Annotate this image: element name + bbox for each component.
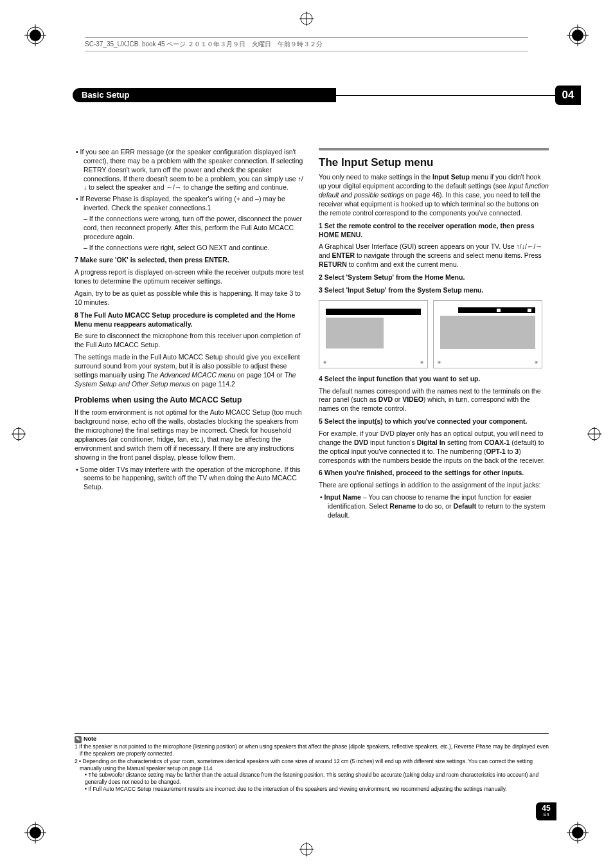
note-label: ✎ Note: [75, 736, 99, 743]
step-heading: 7 Make sure 'OK' is selected, then press…: [75, 256, 305, 265]
heading-accent: [319, 148, 549, 150]
book-header-line: SC-37_35_UXJCB. book 45 ページ ２０１０年３月９日 火曜…: [85, 37, 528, 51]
body-bullet: If Reverse Phase is displayed, the speak…: [84, 195, 305, 252]
footnote-sub: • The subwoofer distance setting may be …: [85, 772, 549, 786]
footnote-sub: • If Full Auto MCACC Setup measurement r…: [85, 786, 549, 793]
gui-screenshots: ◉◉ ◉◉: [319, 300, 549, 368]
chapter-rule: [336, 95, 555, 96]
footnote: If the speaker is not pointed to the mic…: [80, 743, 549, 757]
crop-mark-icon: [299, 12, 314, 26]
crop-mark-icon: [567, 822, 589, 844]
crop-mark-icon: [587, 427, 601, 441]
body-text: For example, if your DVD player only has…: [319, 429, 549, 465]
section-heading: The Input Setup menu: [319, 156, 549, 170]
crop-mark-icon: [24, 24, 46, 46]
note-icon: ✎: [75, 736, 82, 743]
body-bullet: Some older TVs may interfere with the op…: [84, 466, 305, 493]
body-text: If the room environment is not optimal f…: [75, 408, 305, 462]
body-text: A Graphical User Interface (GUI) screen …: [319, 242, 549, 269]
step-heading: 2 Select 'System Setup' from the Home Me…: [319, 273, 549, 282]
page-number: 45 En: [536, 802, 556, 820]
body-text: The default names correspond with the na…: [319, 387, 549, 414]
body-text: The settings made in the Full Auto MCACC…: [75, 353, 305, 388]
body-subline: – If the connections were right, select …: [84, 244, 305, 253]
step-heading: 3 Select 'Input Setup' from the System S…: [319, 286, 549, 295]
gui-screenshot: ◉◉: [433, 300, 542, 368]
footnote-section: ✎ Note If the speaker is not pointed to …: [75, 733, 549, 793]
step-heading: 8 The Full Auto MCACC Setup procedure is…: [75, 311, 305, 329]
chapter-title: Basic Setup: [73, 88, 336, 102]
body-bullet: Input Name – You can choose to rename th…: [328, 493, 549, 520]
chapter-bar: Basic Setup 04: [73, 88, 555, 102]
crop-mark-icon: [12, 427, 26, 441]
step-heading: 6 When you're finished, proceed to the s…: [319, 469, 549, 478]
body-text: A progress report is displayed on-screen…: [75, 268, 305, 286]
body-text: You only need to make settings in the In…: [319, 173, 549, 217]
step-heading: 1 Set the remote control to the receiver…: [319, 222, 549, 240]
step-heading: 5 Select the input(s) to which you've co…: [319, 417, 549, 426]
crop-mark-icon: [24, 822, 46, 844]
body-content: If you see an ERR message (or the speake…: [75, 148, 549, 791]
crop-mark-icon: [299, 842, 314, 856]
body-text: Again, try to be as quiet as possible wh…: [75, 289, 305, 307]
crop-mark-icon: [567, 24, 589, 46]
subheading: Problems when using the Auto MCACC Setup: [75, 395, 305, 406]
chapter-number: 04: [555, 86, 581, 105]
body-text: Be sure to disconnect the microphone fro…: [75, 332, 305, 350]
body-text: There are optional settings in addition …: [319, 481, 549, 490]
body-bullet: If you see an ERR message (or the speake…: [84, 148, 305, 192]
gui-screenshot: ◉◉: [319, 300, 428, 368]
body-subline: – If the connections were wrong, turn of…: [84, 215, 305, 242]
footnote: • Depending on the characteristics of yo…: [80, 758, 549, 793]
step-heading: 4 Select the input function that you wan…: [319, 375, 549, 384]
